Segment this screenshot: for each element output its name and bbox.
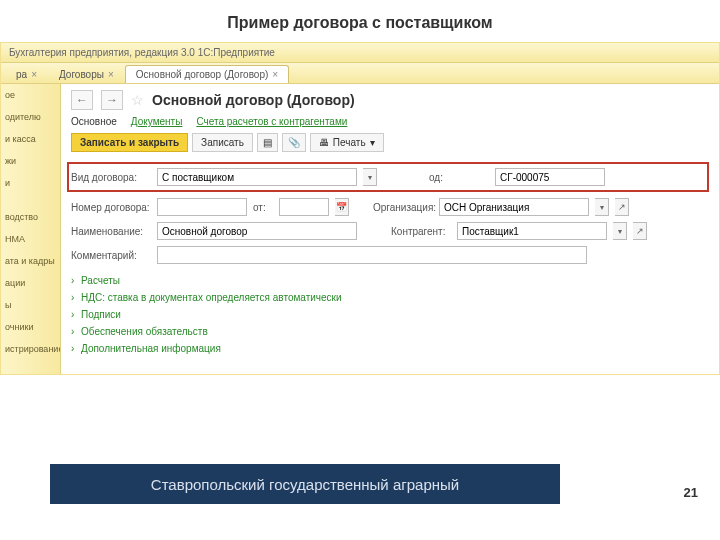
app-window: Бухгалтерия предприятия, редакция 3.0 1С…: [0, 42, 720, 375]
org-input[interactable]: [439, 198, 589, 216]
expand-item[interactable]: Подписи: [71, 306, 709, 323]
chevron-down-icon[interactable]: ▾: [595, 198, 609, 216]
expand-item[interactable]: Дополнительная информация: [71, 340, 709, 357]
number-label: Номер договора:: [71, 202, 151, 213]
content: ← → ☆ Основной договор (Договор) Основно…: [61, 84, 719, 374]
window-titlebar: Бухгалтерия предприятия, редакция 3.0 1С…: [1, 43, 719, 63]
expand-item[interactable]: Расчеты: [71, 272, 709, 289]
tab-0-label: ра: [16, 69, 27, 80]
sidebar-item[interactable]: и касса: [1, 128, 60, 150]
tab-bar: ра× Договоры× Основной договор (Договор)…: [1, 63, 719, 84]
nav-back-button[interactable]: ←: [71, 90, 93, 110]
name-input[interactable]: [157, 222, 357, 240]
subnav: Основное Документы Счета расчетов с конт…: [71, 116, 709, 127]
row-number: Номер договора: от: 📅 Организация: ▾ ↗: [71, 198, 709, 216]
row-comment: Комментарий:: [71, 246, 709, 264]
open-icon[interactable]: ↗: [615, 198, 629, 216]
close-icon[interactable]: ×: [272, 69, 278, 80]
comment-input[interactable]: [157, 246, 587, 264]
sidebar-item[interactable]: одителю: [1, 106, 60, 128]
name-label: Наименование:: [71, 226, 151, 237]
sidebar-item[interactable]: ации: [1, 272, 60, 294]
tab-0[interactable]: ра×: [5, 65, 48, 83]
tab-1-label: Договоры: [59, 69, 104, 80]
contract-type-input[interactable]: [157, 168, 357, 186]
tab-2-label: Основной договор (Договор): [136, 69, 269, 80]
close-icon[interactable]: ×: [31, 69, 37, 80]
date-input[interactable]: [279, 198, 329, 216]
sidebar-item[interactable]: ата и кадры: [1, 250, 60, 272]
subnav-main[interactable]: Основное: [71, 116, 117, 127]
print-icon: 🖶: [319, 137, 329, 148]
contract-type-label: Вид договора:: [71, 172, 151, 183]
counter-input[interactable]: [457, 222, 607, 240]
footer-bar: Ставропольский государственный аграрный: [50, 464, 560, 504]
save-close-button[interactable]: Записать и закрыть: [71, 133, 188, 152]
sidebar-item[interactable]: ы: [1, 294, 60, 316]
print-button[interactable]: 🖶Печать▾: [310, 133, 384, 152]
save-button[interactable]: Записать: [192, 133, 253, 152]
org-label: Организация:: [373, 202, 433, 213]
doc-title: Основной договор (Договор): [152, 92, 355, 108]
doc-header: ← → ☆ Основной договор (Договор): [71, 90, 709, 110]
comment-label: Комментарий:: [71, 250, 151, 261]
sidebar-item[interactable]: очники: [1, 316, 60, 338]
chevron-down-icon[interactable]: ▾: [363, 168, 377, 186]
star-icon[interactable]: ☆: [131, 92, 144, 108]
counter-label: Контрагент:: [391, 226, 451, 237]
print-label: Печать: [333, 137, 366, 148]
sidebar-item[interactable]: НМА: [1, 228, 60, 250]
code-input[interactable]: [495, 168, 605, 186]
sidebar-item[interactable]: жи: [1, 150, 60, 172]
subnav-documents[interactable]: Документы: [131, 116, 183, 127]
attach-icon[interactable]: 📎: [282, 133, 306, 152]
tab-1[interactable]: Договоры×: [48, 65, 125, 83]
from-label: от:: [253, 202, 273, 213]
sidebar: ое одителю и касса жи и водство НМА ата …: [1, 84, 61, 374]
workarea: ое одителю и касса жи и водство НМА ата …: [1, 84, 719, 374]
list-icon[interactable]: ▤: [257, 133, 278, 152]
toolbar: Записать и закрыть Записать ▤ 📎 🖶Печать▾: [71, 133, 709, 152]
sidebar-item[interactable]: водство: [1, 206, 60, 228]
chevron-down-icon: ▾: [370, 137, 375, 148]
code-label: од:: [429, 172, 489, 183]
row-contract-type: Вид договора: ▾ од:: [67, 162, 709, 192]
sidebar-item[interactable]: и: [1, 172, 60, 194]
open-icon[interactable]: ↗: [633, 222, 647, 240]
sidebar-item[interactable]: истрирование: [1, 338, 60, 360]
sidebar-item[interactable]: ое: [1, 84, 60, 106]
slide-title: Пример договора с поставщиком: [0, 0, 720, 42]
subnav-accounts[interactable]: Счета расчетов с контрагентами: [196, 116, 347, 127]
expand-item[interactable]: Обеспечения обязательств: [71, 323, 709, 340]
row-name: Наименование: Контрагент: ▾ ↗: [71, 222, 709, 240]
expand-list: Расчеты НДС: ставка в документах определ…: [71, 272, 709, 357]
expand-item[interactable]: НДС: ставка в документах определяется ав…: [71, 289, 709, 306]
number-input[interactable]: [157, 198, 247, 216]
calendar-icon[interactable]: 📅: [335, 198, 349, 216]
sidebar-item[interactable]: [1, 194, 60, 206]
chevron-down-icon[interactable]: ▾: [613, 222, 627, 240]
nav-forward-button[interactable]: →: [101, 90, 123, 110]
close-icon[interactable]: ×: [108, 69, 114, 80]
tab-2[interactable]: Основной договор (Договор)×: [125, 65, 289, 83]
page-number: 21: [684, 485, 698, 500]
